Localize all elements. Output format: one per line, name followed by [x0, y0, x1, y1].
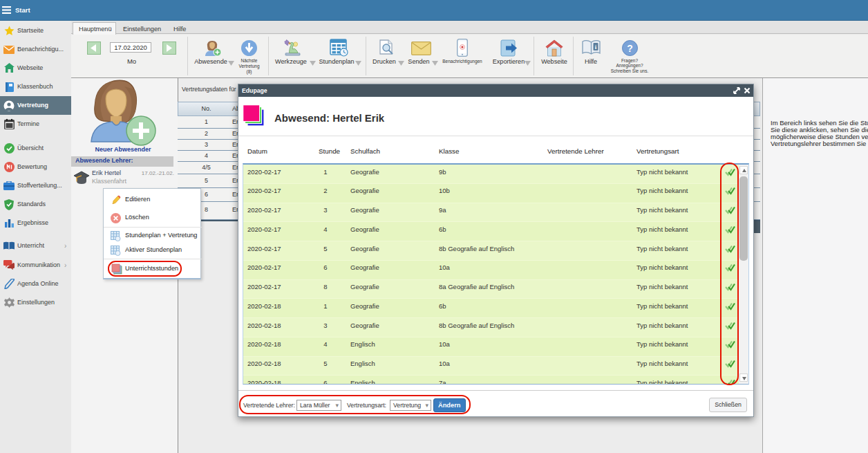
svg-text:?: ? — [627, 43, 633, 54]
